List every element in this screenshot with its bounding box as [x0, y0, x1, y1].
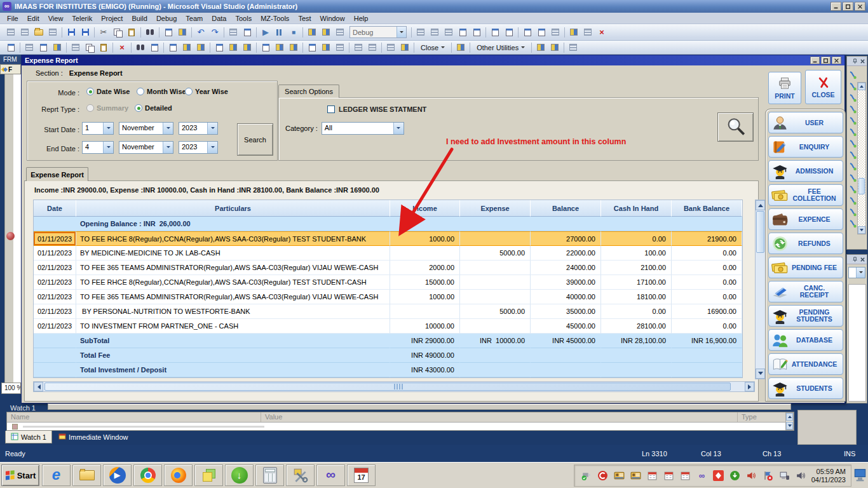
display-settings-icon[interactable]	[779, 470, 790, 481]
chevron-down-icon[interactable]	[163, 142, 173, 153]
radio-button-icon[interactable]	[86, 88, 94, 95]
splitter-grip[interactable]	[394, 384, 403, 390]
sort-desc-icon[interactable]	[398, 41, 412, 54]
toolbox-item-icon[interactable]	[848, 196, 857, 207]
add-item-icon[interactable]	[4, 26, 18, 39]
menu-window[interactable]: Window	[316, 14, 349, 23]
menu-help[interactable]: Help	[349, 14, 373, 23]
find-icon-2[interactable]	[133, 41, 147, 54]
toolbox-item-icon[interactable]	[848, 105, 857, 115]
red-diamond-icon[interactable]	[713, 470, 724, 481]
taskbar-firefox-icon[interactable]	[164, 464, 193, 486]
taskbar-calendar-icon[interactable]: 17	[347, 464, 376, 486]
column-header-bank-balance[interactable]: Bank Balance	[672, 200, 742, 217]
menu-project[interactable]: Project	[97, 14, 127, 23]
chevron-down-icon[interactable]	[207, 123, 217, 134]
tray-clock[interactable]: 05:59 AM 04/11/2023	[811, 468, 846, 484]
start-button[interactable]: Start	[1, 464, 39, 486]
ccleaner-icon[interactable]	[597, 470, 608, 481]
watch-column-value[interactable]: Value	[261, 412, 738, 422]
export-icon[interactable]	[194, 41, 208, 54]
align-centers-icon[interactable]	[36, 41, 50, 54]
template-dropdown-icon[interactable]	[46, 26, 60, 39]
pin-icon[interactable]	[852, 58, 858, 64]
radio-detailed[interactable]: Detailed	[135, 104, 172, 112]
replace-icon[interactable]	[147, 41, 161, 54]
sort-asc-icon[interactable]	[384, 41, 398, 54]
save-icon[interactable]	[64, 26, 78, 39]
taskbar-calculator-icon[interactable]	[255, 464, 284, 486]
sidebar-button-pending-fee[interactable]: PENDING FEE	[768, 257, 843, 278]
stop-debug-icon[interactable]: ■	[287, 26, 301, 39]
chevron-down-icon[interactable]	[393, 123, 403, 134]
scroll-up-button[interactable]	[786, 413, 793, 421]
undo-icon[interactable]: ↶	[194, 26, 208, 39]
menu-file[interactable]: File	[3, 14, 23, 23]
start-debug-icon[interactable]: ▶	[259, 26, 273, 39]
watch-column-name[interactable]: Name	[7, 412, 261, 422]
immediate-window-icon[interactable]	[488, 26, 502, 39]
start-year-combo[interactable]: 2023	[179, 122, 218, 135]
save-all-icon[interactable]	[78, 26, 92, 39]
line-numbers-icon[interactable]	[454, 41, 468, 54]
toolbox-item-icon[interactable]	[848, 208, 857, 218]
menu-mz-tools[interactable]: MZ-Tools	[256, 14, 294, 23]
dialog-close-button[interactable]	[832, 57, 841, 64]
open-folder-icon[interactable]	[32, 26, 46, 39]
scroll-left-button[interactable]	[34, 382, 43, 391]
copy-icon-2[interactable]	[83, 41, 97, 54]
toolbox-item-icon[interactable]	[848, 82, 857, 92]
sidebar-button-user[interactable]: USER	[768, 112, 843, 133]
make-same-size-icon[interactable]	[69, 41, 83, 54]
rename-icon[interactable]	[226, 41, 240, 54]
find-in-files-icon[interactable]	[143, 26, 157, 39]
column-header-balance[interactable]: Balance	[531, 200, 601, 217]
taskbar-internet-explorer-icon[interactable]: e	[42, 464, 71, 486]
menu-edit[interactable]: Edit	[23, 14, 44, 23]
tab-watch-1[interactable]: Watch 1	[5, 431, 52, 444]
radio-button-icon[interactable]	[185, 88, 193, 95]
radio-summary[interactable]: Summary	[86, 104, 128, 112]
sidebar-button-fee-collection[interactable]: FEE COLLECTION	[768, 184, 843, 206]
menu-debug[interactable]: Debug	[152, 14, 181, 23]
table-horizontal-scrollbar[interactable]	[33, 381, 755, 392]
align-rights-icon[interactable]	[50, 41, 64, 54]
process-icon[interactable]	[259, 41, 273, 54]
scroll-thumb[interactable]	[858, 178, 865, 194]
taskbar-file-explorer-icon[interactable]	[72, 464, 101, 486]
chevron-down-icon[interactable]	[397, 27, 406, 37]
paste-icon-2[interactable]	[97, 41, 111, 54]
surround-icon[interactable]	[365, 41, 379, 54]
document-tab-frm[interactable]: FRM	[0, 55, 21, 64]
radio-date-wise[interactable]: Date Wise	[86, 88, 130, 95]
toolbox-item-icon[interactable]	[848, 116, 857, 126]
toolbox-item-icon[interactable]	[848, 93, 857, 104]
help-assistant-icon[interactable]	[566, 41, 580, 54]
search-button[interactable]: Search	[237, 123, 273, 156]
select-all-icon[interactable]	[4, 41, 18, 54]
toolbox-icon[interactable]	[456, 26, 470, 39]
object-browser-icon[interactable]	[442, 26, 456, 39]
table-row[interactable]: 02/11/2023TO FEE RHCE 8(Regular),CCNA(Re…	[34, 275, 742, 290]
scroll-down-button[interactable]	[786, 422, 793, 430]
chevron-down-icon[interactable]	[207, 142, 217, 153]
table-row[interactable]: 01/11/2023BY MEDICINE-MEDICINE TO JK LAB…	[34, 246, 742, 261]
copy-icon[interactable]	[111, 26, 125, 39]
table-row[interactable]: 02/11/2023TO FEE 365 TEAMS ADMINISTRATOR…	[34, 290, 742, 304]
menu-tools[interactable]: Tools	[231, 14, 256, 23]
scroll-down-button[interactable]	[858, 226, 865, 234]
redo-icon[interactable]: ↷	[208, 26, 222, 39]
close-button[interactable]	[855, 2, 865, 11]
tray-calendar-icon-3[interactable]	[680, 470, 691, 481]
scroll-right-button[interactable]	[745, 382, 754, 391]
breakpoint-icon[interactable]	[6, 232, 15, 240]
print-button[interactable]: PRINT	[768, 72, 801, 104]
close-report-button[interactable]: CLOSE	[805, 70, 841, 104]
solution-explorer-icon[interactable]	[414, 26, 428, 39]
radio-month-wise[interactable]: Month Wise	[137, 88, 186, 95]
form-designer-tab[interactable]: F	[0, 64, 21, 74]
skip-icon[interactable]	[212, 41, 226, 54]
sidebar-button-students[interactable]: STUDENTS	[768, 377, 843, 399]
toolbox-item-icon[interactable]	[848, 185, 857, 195]
column-header-expense[interactable]: Expense	[460, 200, 531, 217]
